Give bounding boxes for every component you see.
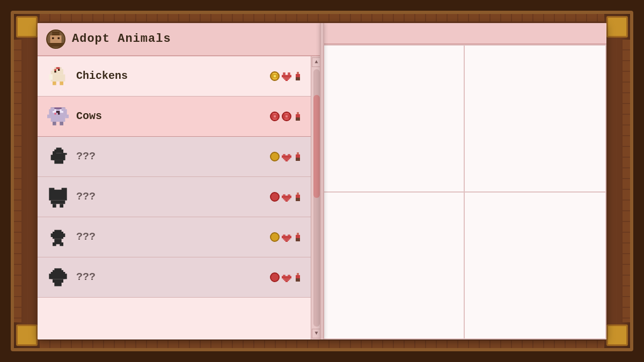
svg-rect-4 — [58, 37, 60, 39]
svg-rect-81 — [51, 200, 65, 204]
animal-item-unknown3[interactable]: ??? — [38, 217, 311, 257]
svg-rect-29 — [286, 79, 288, 80]
svg-rect-88 — [282, 195, 291, 198]
svg-rect-41 — [54, 113, 56, 114]
svg-rect-70 — [288, 154, 290, 155]
svg-rect-110 — [296, 235, 300, 238]
detail-cell-3 — [323, 192, 464, 339]
left-page: Adopt Animals — [38, 23, 322, 339]
unknown1-icon — [46, 145, 70, 168]
svg-rect-11 — [51, 71, 53, 75]
outer-frame: Adopt Animals — [11, 11, 633, 351]
animal-item-unknown4[interactable]: ??? — [38, 257, 311, 298]
chicken-icon — [46, 64, 70, 88]
svg-rect-103 — [283, 234, 286, 235]
svg-rect-116 — [53, 279, 63, 283]
svg-rect-13 — [56, 67, 60, 69]
svg-rect-47 — [60, 122, 63, 125]
svg-rect-33 — [296, 74, 300, 77]
scroll-thumb[interactable] — [313, 95, 320, 198]
svg-rect-84 — [53, 204, 56, 208]
svg-rect-90 — [284, 199, 289, 200]
svg-rect-32 — [297, 72, 299, 74]
detail-cell-4 — [464, 192, 606, 339]
svg-rect-83 — [62, 188, 67, 191]
svg-rect-12 — [54, 69, 56, 70]
svg-rect-95 — [298, 198, 300, 201]
unknown1-name: ??? — [76, 150, 264, 162]
svg-rect-75 — [297, 152, 299, 154]
unknown3-cost — [270, 232, 302, 242]
right-page — [322, 23, 606, 339]
animal-item-unknown2[interactable]: ??? — [38, 177, 311, 217]
svg-rect-129 — [298, 278, 300, 282]
svg-rect-104 — [288, 234, 290, 235]
animal-item-chickens[interactable]: Chickens — [38, 56, 311, 97]
svg-rect-100 — [62, 233, 65, 237]
svg-rect-40 — [56, 111, 60, 113]
cow-icon — [46, 105, 70, 128]
svg-rect-50 — [273, 113, 277, 114]
cow-info — [270, 112, 302, 121]
svg-rect-14 — [58, 69, 60, 70]
svg-rect-18 — [49, 74, 53, 79]
svg-rect-58 — [297, 112, 299, 114]
svg-rect-105 — [282, 235, 291, 238]
chicken-name: Chickens — [76, 70, 264, 82]
svg-rect-72 — [283, 158, 290, 159]
svg-rect-77 — [296, 158, 298, 161]
svg-rect-61 — [298, 117, 300, 121]
animal-item-cows[interactable]: Cows — [38, 97, 311, 137]
svg-rect-73 — [284, 159, 289, 160]
unknown4-icon — [46, 265, 70, 289]
svg-rect-101 — [53, 242, 56, 246]
unknown3-info — [270, 232, 302, 242]
animal-item-unknown1[interactable]: ??? — [38, 137, 311, 177]
svg-rect-67 — [53, 151, 56, 155]
svg-rect-46 — [53, 122, 56, 125]
svg-rect-82 — [49, 188, 54, 191]
animal-items: Chickens — [38, 56, 311, 339]
svg-rect-42 — [58, 113, 60, 114]
unknown2-cost — [270, 192, 302, 202]
unknown4-red1 — [270, 272, 280, 282]
svg-rect-31 — [288, 72, 290, 73]
svg-rect-22 — [273, 78, 277, 79]
svg-rect-17 — [60, 82, 63, 85]
corner-tl — [16, 16, 38, 38]
header-avatar-icon — [46, 29, 65, 49]
unknown4-name: ??? — [76, 271, 264, 283]
svg-rect-54 — [284, 113, 289, 114]
cow-cost-red2 — [282, 112, 291, 121]
unknown3-gold — [270, 232, 280, 242]
svg-rect-35 — [298, 77, 300, 80]
border-left — [14, 40, 21, 322]
unknown1-cost — [270, 152, 302, 161]
svg-rect-66 — [54, 160, 63, 164]
book-container: Adopt Animals — [38, 23, 606, 339]
scroll-track[interactable] — [313, 69, 320, 327]
svg-rect-128 — [296, 278, 298, 282]
unknown3-icon — [46, 225, 70, 249]
svg-rect-106 — [283, 238, 290, 239]
svg-rect-119 — [63, 274, 67, 279]
unknown4-info — [270, 272, 302, 282]
unknown4-hearts — [282, 272, 291, 282]
svg-rect-52 — [273, 119, 277, 120]
unknown2-red-icon — [270, 192, 280, 202]
svg-rect-115 — [51, 272, 65, 279]
svg-rect-102 — [60, 242, 63, 246]
svg-rect-2 — [50, 35, 62, 41]
page-title: Adopt Animals — [72, 32, 171, 46]
svg-rect-109 — [297, 233, 299, 235]
unknown1-cost-gold — [270, 152, 280, 161]
svg-rect-44 — [51, 107, 55, 111]
svg-rect-0 — [52, 32, 60, 34]
svg-rect-117 — [54, 283, 61, 286]
svg-rect-126 — [297, 273, 299, 275]
cow-cost-red1 — [270, 112, 280, 121]
detail-cell-2 — [464, 45, 606, 192]
red-coin-1-icon — [270, 112, 280, 121]
svg-rect-69 — [283, 154, 286, 155]
svg-rect-99 — [51, 233, 55, 237]
